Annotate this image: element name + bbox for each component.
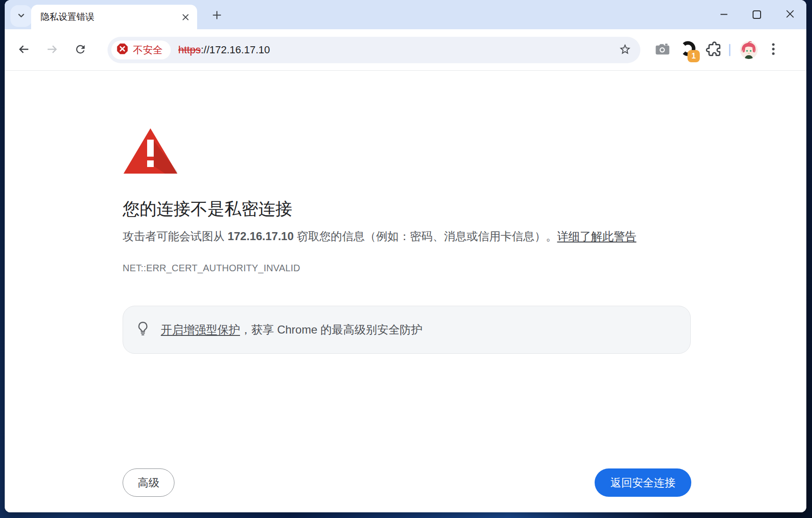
page-title: 您的连接不是私密连接 [123,198,292,221]
tab-search-button[interactable] [10,5,32,27]
enhanced-protection-rest: ，获享 Chrome 的最高级别安全防护 [240,323,423,336]
browser-tab[interactable]: 隐私设置错误 [31,5,197,29]
browser-toolbar: 不安全 https://172.16.17.10 1 [5,29,806,71]
warning-triangle-icon [123,127,178,176]
advanced-button[interactable]: 高级 [123,468,174,497]
url-rest: ://172.16.17.10 [201,44,270,56]
bookmark-star-button[interactable] [616,41,634,59]
enhanced-protection-link[interactable]: 开启增强型保护 [161,323,240,336]
tab-title: 隐私设置错误 [41,11,178,23]
maximize-button[interactable] [740,0,773,29]
new-tab-button[interactable] [207,6,226,25]
arrow-left-icon [17,43,30,57]
kebab-menu-icon [767,42,779,58]
error-page-content: 您的连接不是私密连接 攻击者可能会试图从 172.16.17.10 窃取您的信息… [5,71,806,512]
enhanced-protection-text: 开启增强型保护，获享 Chrome 的最高级别安全防护 [161,322,423,337]
screenshot-extension-button[interactable] [652,39,673,61]
browser-window: 隐私设置错误 [5,0,806,512]
avatar [740,41,758,59]
maximize-icon [753,10,761,19]
lightbulb-icon [135,321,150,339]
camera-icon [654,41,671,59]
puzzle-icon [706,42,721,58]
not-secure-chip[interactable]: 不安全 [111,41,171,59]
description-suffix: 窃取您的信息（例如：密码、消息或信用卡信息）。 [294,230,557,242]
forward-button[interactable] [41,39,63,61]
chevron-down-icon [17,11,26,22]
star-icon [619,43,631,57]
error-description: 攻击者可能会试图从 172.16.17.10 窃取您的信息（例如：密码、消息或信… [123,229,636,244]
plus-icon [211,9,223,22]
back-to-safety-button[interactable]: 返回安全连接 [595,468,691,497]
menu-button[interactable] [762,39,784,61]
minimize-icon [720,10,728,20]
reload-button[interactable] [69,39,91,61]
profile-avatar-button[interactable] [740,41,759,59]
extension-badge: 1 [688,50,700,62]
enhanced-protection-banner: 开启增强型保护，获享 Chrome 的最高级别安全防护 [123,306,691,354]
tab-close-icon[interactable] [178,10,192,24]
error-code: NET::ERR_CERT_AUTHORITY_INVALID [123,263,300,274]
learn-more-link[interactable]: 详细了解此警告 [557,230,636,242]
extensions-button[interactable] [703,39,724,61]
arrow-right-icon [46,43,58,57]
tab-strip: 隐私设置错误 [5,0,806,29]
close-window-button[interactable] [773,0,806,29]
reload-icon [74,43,87,57]
url-text: https://172.16.17.10 [178,44,270,56]
url-scheme-struck: https [178,44,201,56]
attacker-host: 172.16.17.10 [228,230,294,242]
window-controls [707,0,806,29]
address-bar[interactable]: 不安全 https://172.16.17.10 [108,37,640,63]
desktop-background: 隐私设置错误 [0,0,812,518]
extension-c-button[interactable]: 1 [677,39,699,61]
not-secure-label: 不安全 [133,43,163,57]
toolbar-separator [729,44,730,56]
back-button[interactable] [12,39,35,61]
close-icon [785,9,795,20]
danger-stop-icon [116,42,129,57]
minimize-button[interactable] [707,0,740,29]
description-prefix: 攻击者可能会试图从 [123,230,228,242]
